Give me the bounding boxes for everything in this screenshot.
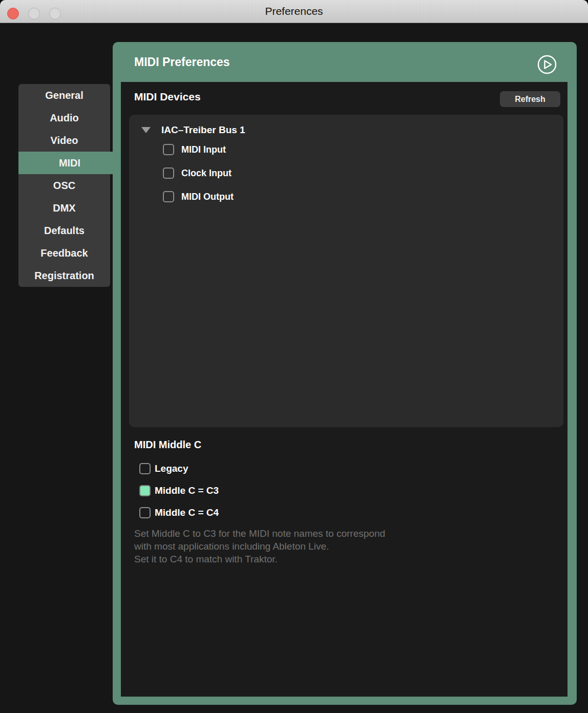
option-row-middle-c-c4[interactable]: Middle C = C4 — [139, 501, 219, 523]
window-title: Preferences — [265, 5, 323, 17]
titlebar: Preferences — [0, 0, 588, 23]
refresh-button[interactable]: Refresh — [500, 91, 560, 107]
sidebar-item-audio[interactable]: Audio — [18, 107, 110, 129]
port-row-midi-output[interactable]: MIDI Output — [163, 185, 553, 208]
zoom-button[interactable] — [49, 8, 61, 19]
option-row-middle-c-c3[interactable]: Middle C = C3 — [139, 479, 219, 501]
legacy-checkbox[interactable] — [139, 463, 151, 474]
sidebar-item-dmx[interactable]: DMX — [18, 197, 110, 219]
disclosure-triangle-icon[interactable] — [141, 127, 151, 133]
clock-input-checkbox[interactable] — [163, 167, 174, 179]
option-label: Legacy — [155, 463, 188, 474]
midi-devices-heading: MIDI Devices — [134, 91, 201, 103]
sidebar-item-registration[interactable]: Registration — [18, 264, 110, 287]
sidebar-item-midi[interactable]: MIDI — [18, 152, 121, 174]
middle-c-options: Legacy Middle C = C3 Middle C = C4 — [139, 457, 219, 523]
preferences-window: Preferences General Audio Video MIDI OSC… — [0, 0, 588, 713]
middle-c-c3-checkbox[interactable] — [139, 485, 151, 496]
port-label: Clock Input — [181, 168, 232, 179]
option-row-legacy[interactable]: Legacy — [139, 457, 219, 479]
sidebar-item-osc[interactable]: OSC — [18, 174, 110, 197]
close-button[interactable] — [7, 8, 19, 19]
sidebar-item-feedback[interactable]: Feedback — [18, 242, 110, 264]
sidebar-item-defaults[interactable]: Defaults — [18, 219, 110, 242]
port-row-clock-input[interactable]: Clock Input — [163, 161, 553, 185]
panel-title: MIDI Preferences — [134, 42, 230, 82]
play-circle-icon[interactable] — [537, 54, 557, 75]
midi-input-checkbox[interactable] — [163, 144, 174, 155]
device-name: IAC–Treiber Bus 1 — [161, 124, 245, 136]
port-label: MIDI Output — [181, 192, 234, 202]
middle-c-help-text: Set Middle C to C3 for the MIDI note nam… — [134, 527, 385, 565]
middle-c-c4-checkbox[interactable] — [139, 507, 151, 518]
help-line: with most applications including Ableton… — [134, 540, 385, 553]
port-label: MIDI Input — [181, 144, 226, 155]
help-line: Set Middle C to C3 for the MIDI note nam… — [134, 527, 385, 540]
option-label: Middle C = C3 — [155, 485, 219, 496]
help-line: Set it to C4 to match with Traktor. — [134, 553, 385, 565]
midi-output-checkbox[interactable] — [163, 191, 174, 202]
midi-device-list: IAC–Treiber Bus 1 MIDI Input Clock Input… — [129, 115, 563, 427]
sidebar: General Audio Video MIDI OSC DMX Default… — [18, 84, 110, 287]
option-label: Middle C = C4 — [155, 507, 219, 518]
midi-preferences-panel: MIDI Preferences MIDI Devices Refresh IA… — [113, 42, 577, 705]
device-row[interactable]: IAC–Treiber Bus 1 — [139, 122, 553, 138]
midi-middle-c-heading: MIDI Middle C — [134, 439, 201, 451]
traffic-lights — [7, 8, 61, 19]
sidebar-item-general[interactable]: General — [18, 84, 110, 107]
panel-content: MIDI Devices Refresh IAC–Treiber Bus 1 M… — [121, 82, 568, 697]
minimize-button[interactable] — [28, 8, 40, 19]
sidebar-item-video[interactable]: Video — [18, 129, 110, 152]
port-row-midi-input[interactable]: MIDI Input — [163, 138, 553, 161]
